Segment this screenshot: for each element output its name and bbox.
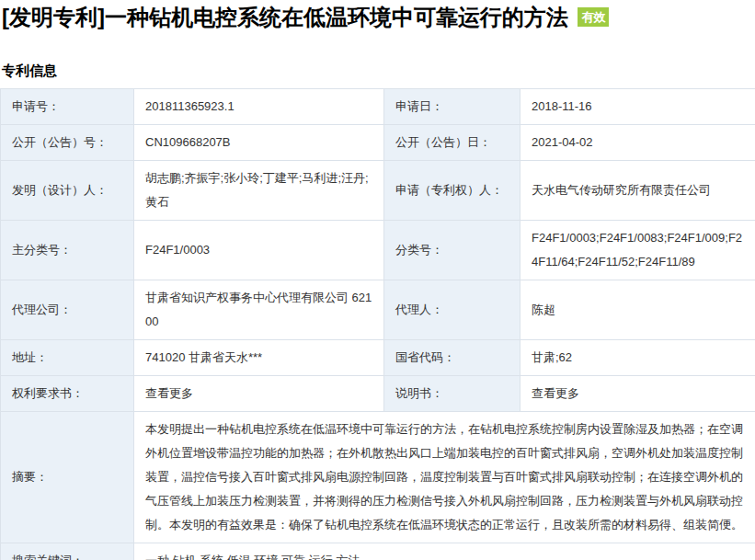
row-label: 公开（公告）号：: [1, 125, 134, 161]
classifications: F24F1/0003;F24F1/0083;F24F1/009;F24F11/6…: [520, 221, 755, 280]
patent-title-text: [发明专利]一种钻机电控系统在低温环境中可靠运行的方法: [2, 5, 568, 29]
row-label: 地址：: [1, 340, 134, 376]
status-badge: 有效: [578, 7, 609, 27]
row-label: 说明书：: [384, 376, 520, 412]
row-label: 发明（设计）人：: [1, 161, 134, 221]
agent: 陈超: [520, 280, 755, 340]
row-value: 查看更多: [134, 376, 384, 412]
assignee: 天水电气传动研究所有限责任公司: [520, 161, 755, 221]
table-row-agency: 代理公司： 甘肃省知识产权事务中心代理有限公司 62100 代理人： 陈超: [1, 280, 755, 340]
row-label: 申请日：: [384, 89, 520, 125]
description-view-more-link[interactable]: 查看更多: [532, 386, 579, 400]
table-row-application: 申请号： 201811365923.1 申请日： 2018-11-16: [1, 89, 755, 125]
row-label: 搜索关键词：: [1, 543, 134, 560]
claims-view-more-link[interactable]: 查看更多: [145, 386, 193, 400]
publication-date: 2021-04-02: [520, 125, 755, 161]
row-label: 主分类号：: [1, 221, 134, 280]
table-row-publication: 公开（公告）号： CN109668207B 公开（公告）日： 2021-04-0…: [1, 125, 755, 161]
row-label: 国省代码：: [384, 340, 520, 376]
table-row-inventors: 发明（设计）人： 胡志鹏;齐振宇;张小玲;丁建平;马利进;汪丹;黄石 申请（专利…: [1, 161, 755, 221]
row-label: 申请号：: [1, 89, 134, 125]
country-province-code: 甘肃;62: [520, 340, 755, 376]
row-label: 摘要：: [1, 412, 134, 543]
table-row-address: 地址： 741020 甘肃省天水*** 国省代码： 甘肃;62: [1, 340, 755, 376]
row-label: 申请（专利权）人：: [384, 161, 520, 221]
application-number: 201811365923.1: [134, 89, 384, 125]
application-date: 2018-11-16: [520, 89, 755, 125]
row-label: 分类号：: [384, 221, 520, 280]
publication-number: CN109668207B: [134, 125, 384, 161]
row-label: 权利要求书：: [1, 376, 134, 412]
table-row-keywords: 搜索关键词： 一种 钻机 系统 低温 环境 可靠 运行 方法: [1, 543, 755, 560]
page-title: [发明专利]一种钻机电控系统在低温环境中可靠运行的方法 有效: [0, 2, 755, 34]
section-heading: 专利信息: [2, 63, 755, 80]
main-classification: F24F1/0003: [134, 221, 384, 280]
inventors: 胡志鹏;齐振宇;张小玲;丁建平;马利进;汪丹;黄石: [134, 161, 384, 221]
row-label: 代理人：: [384, 280, 520, 340]
patent-info-table: 申请号： 201811365923.1 申请日： 2018-11-16 公开（公…: [0, 88, 755, 560]
address: 741020 甘肃省天水***: [134, 340, 384, 376]
patent-page: [发明专利]一种钻机电控系统在低温环境中可靠运行的方法 有效 专利信息 申请号：…: [0, 0, 755, 560]
abstract-text: 本发明提出一种钻机电控系统在低温环境中可靠运行的方法，在钻机电控系统控制房内设置…: [134, 412, 755, 543]
agency: 甘肃省知识产权事务中心代理有限公司 62100: [134, 280, 384, 340]
row-value: 查看更多: [520, 376, 755, 412]
row-label: 代理公司：: [1, 280, 134, 340]
row-label: 公开（公告）日：: [384, 125, 520, 161]
search-keywords: 一种 钻机 系统 低温 环境 可靠 运行 方法: [134, 543, 755, 560]
table-row-documents: 权利要求书： 查看更多 说明书： 查看更多: [1, 376, 755, 412]
table-row-classification: 主分类号： F24F1/0003 分类号： F24F1/0003;F24F1/0…: [1, 221, 755, 280]
table-row-abstract: 摘要： 本发明提出一种钻机电控系统在低温环境中可靠运行的方法，在钻机电控系统控制…: [1, 412, 755, 543]
